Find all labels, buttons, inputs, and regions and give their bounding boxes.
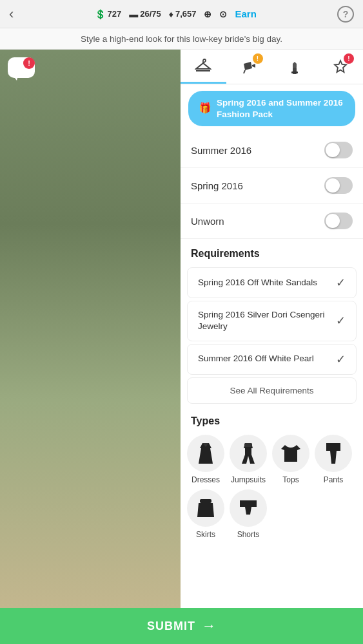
- filter-summer-label: Summer 2016: [191, 145, 251, 156]
- lipstick-icon: [286, 59, 303, 75]
- types-grid: Dresses Jumpsuits Tops: [181, 432, 363, 545]
- hair-badge: !: [253, 53, 263, 64]
- plus-icon: ⊕: [204, 9, 211, 19]
- diamond-icon: ▬: [129, 9, 138, 19]
- jumpsuit-icon: [239, 442, 258, 465]
- see-all-requirements-button[interactable]: See All Requirements: [187, 377, 357, 404]
- top-icon: [280, 444, 302, 463]
- requirement-item-1: Spring 2016 Off White Sandals ✓: [187, 267, 357, 298]
- status-bar: ‹ 💲 727 ▬ 26/75 ♦ 7,657 ⊕ ⊙ Earn ?: [0, 0, 363, 28]
- skirts-icon-circle: [187, 489, 224, 527]
- coin-icon: 💲: [95, 9, 106, 19]
- toggle-knob: [326, 143, 340, 157]
- earn-link[interactable]: Earn: [235, 8, 256, 19]
- tab-hair[interactable]: !: [226, 50, 272, 84]
- main-area: ! SEASON MAX !: [0, 50, 363, 633]
- jumpsuits-icon-circle: [230, 435, 267, 472]
- pants-icon: [324, 442, 343, 465]
- spring-2016-toggle[interactable]: [324, 177, 353, 194]
- coins-stat: 💲 727: [95, 9, 122, 19]
- tops-icon-circle: [272, 435, 309, 472]
- tops-label: Tops: [282, 475, 299, 484]
- skirt-icon: [195, 498, 217, 518]
- filter-spring-label: Spring 2016: [191, 180, 243, 191]
- shorts-label: Shorts: [237, 530, 260, 539]
- svg-rect-28: [291, 71, 298, 73]
- req-check-1: ✓: [336, 276, 346, 290]
- fashion-pack-label: Spring 2016 and Summer 2016 Fashion Pack: [217, 97, 345, 120]
- dresses-icon-circle: [187, 435, 224, 472]
- diamonds-stat: ▬ 26/75: [129, 9, 161, 19]
- tab-accessories[interactable]: [272, 50, 318, 84]
- pants-icon-circle: [315, 435, 352, 472]
- circle-stat: ⊙: [219, 9, 227, 19]
- toggle-knob: [326, 214, 340, 228]
- shorts-icon-circle: [230, 489, 267, 527]
- type-dresses[interactable]: Dresses: [187, 435, 224, 484]
- requirements-title: Requirements: [181, 239, 363, 265]
- submit-label: SUBMIT: [147, 620, 195, 633]
- submit-arrow-icon: →: [202, 618, 216, 634]
- challenge-subtitle: Style a high-end look for this low-key b…: [0, 28, 363, 50]
- req-check-2: ✓: [336, 314, 346, 328]
- gems-stat: ♦ 7,657: [169, 9, 197, 19]
- filter-summer-2016[interactable]: Summer 2016: [181, 133, 363, 168]
- dresses-label: Dresses: [191, 475, 220, 484]
- back-button[interactable]: ‹: [9, 6, 14, 23]
- filter-unworn[interactable]: Unworn: [181, 204, 363, 239]
- req-text-1: Spring 2016 Off White Sandals: [198, 277, 331, 289]
- type-shorts[interactable]: Shorts: [230, 489, 267, 539]
- requirement-item-3: Summer 2016 Off White Pearl ✓: [187, 344, 357, 375]
- pants-label: Pants: [324, 475, 344, 484]
- shorts-icon: [237, 499, 259, 517]
- help-button[interactable]: ?: [337, 6, 354, 23]
- right-panel: ! ! 🎁 Spring 2016 and Summer 2016 Fashio…: [181, 50, 363, 633]
- tab-favorites[interactable]: !: [317, 50, 363, 84]
- chat-badge: !: [23, 57, 35, 69]
- type-jumpsuits[interactable]: Jumpsuits: [230, 435, 267, 484]
- hanger-icon: [195, 57, 211, 74]
- category-tabs: ! !: [181, 50, 363, 84]
- svg-rect-31: [200, 499, 211, 503]
- character-background: [0, 50, 181, 633]
- plus-stat: ⊕: [204, 9, 211, 19]
- skirts-label: Skirts: [196, 530, 215, 539]
- toggle-knob: [326, 178, 340, 193]
- summer-2016-toggle[interactable]: [324, 142, 353, 158]
- req-check-3: ✓: [336, 352, 346, 366]
- types-title: Types: [181, 406, 363, 432]
- unworn-toggle[interactable]: [324, 213, 353, 229]
- gem-icon: ♦: [169, 9, 173, 19]
- svg-line-26: [244, 70, 245, 73]
- fashion-pack-button[interactable]: 🎁 Spring 2016 and Summer 2016 Fashion Pa…: [188, 91, 355, 126]
- submit-bar[interactable]: SUBMIT →: [0, 608, 363, 644]
- req-text-3: Summer 2016 Off White Pearl: [198, 353, 331, 365]
- type-tops[interactable]: Tops: [272, 435, 309, 484]
- filter-spring-2016[interactable]: Spring 2016: [181, 168, 363, 204]
- chat-notification[interactable]: !: [8, 57, 35, 80]
- svg-rect-30: [244, 443, 252, 447]
- req-text-2: Spring 2016 Silver Dori Csengeri Jewelry: [198, 309, 331, 332]
- requirement-item-2: Spring 2016 Silver Dori Csengeri Jewelry…: [187, 301, 357, 341]
- gift-icon: 🎁: [199, 102, 211, 115]
- type-skirts[interactable]: Skirts: [187, 489, 224, 539]
- character-panel: ! SEASON MAX: [0, 50, 181, 633]
- type-pants[interactable]: Pants: [315, 435, 352, 484]
- jumpsuits-label: Jumpsuits: [231, 475, 266, 484]
- circle-icon: ⊙: [219, 9, 227, 19]
- tab-clothing[interactable]: [181, 50, 226, 84]
- chat-bubble-tail: [13, 75, 18, 80]
- filter-unworn-label: Unworn: [191, 216, 224, 227]
- favorites-badge: !: [344, 53, 354, 64]
- dress-icon: [196, 442, 215, 465]
